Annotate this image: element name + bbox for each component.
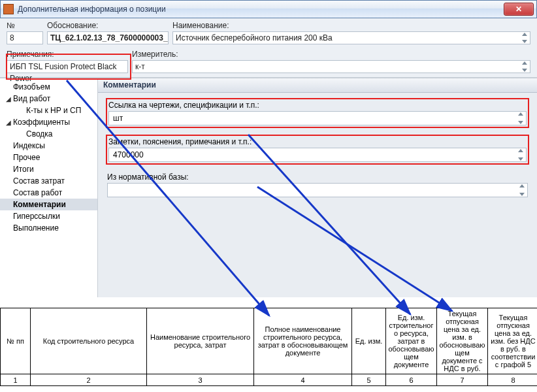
sidebar-item-label: Вид работ — [13, 94, 50, 103]
column-header: Текущая отпускная цена за ед. изм. без Н… — [488, 308, 538, 374]
scroll-down-icon[interactable] — [517, 190, 527, 196]
field-drawings[interactable]: шт — [108, 111, 527, 125]
sidebar-item[interactable]: ◢Вид работ — [0, 93, 97, 105]
field-naim[interactable]: Источник бесперебойного питания 200 кВа — [172, 31, 530, 44]
sidebar-item[interactable]: Выполнение — [0, 222, 97, 234]
column-header: Ед. изм. — [352, 308, 386, 374]
label-drawings: Ссылка на чертежи, спецификации и т.п.: — [108, 101, 527, 110]
sidebar-item[interactable]: Гиперссылки — [0, 210, 97, 222]
column-number: 4 — [254, 374, 352, 386]
sidebar-item-label: Гиперссылки — [13, 212, 60, 221]
sidebar-item[interactable]: ◢Коэффициенты — [0, 116, 97, 128]
panel-header: Комментарии — [98, 78, 537, 93]
field-izm[interactable]: к-т — [132, 60, 530, 73]
field-naim-text: Источник бесперебойного питания 200 кВа — [176, 33, 333, 42]
column-number: 6 — [386, 374, 437, 386]
column-header: Наименование строительного ресурса, затр… — [147, 308, 254, 374]
title-bar: Дополнительная информация о позиции ✕ — [0, 0, 537, 18]
sidebar-item-label: Состав работ — [13, 188, 62, 197]
sidebar-item[interactable]: Комментарии — [0, 199, 97, 210]
sidebar-item[interactable]: Итоги — [0, 163, 97, 175]
sidebar-item[interactable]: Индексы — [0, 140, 97, 152]
field-izm-text: к-т — [135, 62, 145, 71]
sidebar-item-label: Коэффициенты — [13, 118, 70, 127]
highlight-box-prim — [6, 54, 131, 80]
scroll-up-icon[interactable] — [516, 112, 525, 118]
sidebar-item-label: Итоги — [13, 165, 34, 174]
sidebar-item-label: Выполнение — [13, 223, 59, 233]
sidebar-item-label: Комментарии — [13, 200, 66, 209]
column-number: 2 — [31, 374, 147, 386]
field-obosn[interactable]: ТЦ_62.1.02.13_78_7600000003_ — [47, 31, 169, 44]
label-obosn: Обоснование: — [47, 21, 169, 30]
close-icon: ✕ — [515, 5, 522, 14]
column-number: 1 — [1, 374, 31, 386]
sidebar-item-label: К-ты к НР и СП — [26, 106, 81, 115]
label-normative: Из нормативной базы: — [107, 172, 528, 182]
scroll-down-icon[interactable] — [516, 118, 525, 124]
bottom-table-wrap: № ппКод строительного ресурсаНаименовани… — [0, 308, 537, 381]
column-header: Полное наименование строительного ресурс… — [254, 308, 352, 374]
comments-panel: Комментарии Ссылка на чертежи, специфика… — [98, 78, 537, 297]
label-notes: Заметки, пояснения, примечания и т.п.: — [108, 137, 527, 146]
column-number: 5 — [352, 374, 386, 386]
scroll-down-icon[interactable] — [516, 155, 525, 161]
label-izm: Измеритель: — [132, 50, 530, 59]
field-notes[interactable]: 4700000 — [108, 148, 527, 162]
sidebar-item-label: Сводка — [26, 129, 53, 139]
column-number: 3 — [147, 374, 254, 386]
label-no: № — [7, 21, 43, 30]
close-button[interactable]: ✕ — [504, 3, 534, 16]
bottom-table: № ппКод строительного ресурсаНаименовани… — [0, 308, 537, 386]
sidebar-item-label: Состав затрат — [13, 176, 65, 186]
sidebar-item[interactable]: К-ты к НР и СП — [0, 105, 97, 116]
window-title: Дополнительная информация о позиции — [18, 5, 166, 14]
field-notes-text: 4700000 — [113, 150, 144, 159]
column-number: 8 — [488, 374, 538, 386]
caret-icon: ◢ — [5, 119, 12, 126]
field-normative[interactable] — [107, 183, 528, 197]
group-notes: Заметки, пояснения, примечания и т.п.: 4… — [107, 136, 528, 163]
scroll-up-icon[interactable] — [517, 184, 527, 190]
sidebar-item[interactable]: Состав работ — [0, 187, 97, 199]
sidebar: Физобъем◢Вид работК-ты к НР и СП◢Коэффиц… — [0, 78, 98, 297]
column-header: Ед. изм. строительного ресурса, затрат в… — [386, 308, 437, 374]
sidebar-item[interactable]: Прочее — [0, 152, 97, 163]
sidebar-item[interactable]: Состав затрат — [0, 175, 97, 187]
field-drawings-text: шт — [113, 114, 123, 123]
group-normative: Из нормативной базы: — [107, 172, 528, 197]
label-naim: Наименование: — [172, 21, 530, 30]
sidebar-item-label: Прочее — [13, 153, 40, 162]
column-number: 7 — [437, 374, 488, 386]
column-header: Код строительного ресурса — [31, 308, 147, 374]
column-header: Текущая отпускная цена за ед. изм. в обо… — [437, 308, 488, 374]
sidebar-item-label: Индексы — [13, 141, 45, 150]
group-drawings: Ссылка на чертежи, спецификации и т.п.: … — [107, 99, 528, 127]
field-no[interactable]: 8 — [7, 31, 43, 44]
scroll-down-icon[interactable] — [520, 66, 529, 72]
sidebar-item[interactable]: Сводка — [0, 128, 97, 140]
column-header: № пп — [1, 308, 31, 374]
scroll-down-icon[interactable] — [520, 37, 529, 43]
scroll-up-icon[interactable] — [516, 149, 525, 155]
app-icon — [3, 4, 14, 14]
caret-icon: ◢ — [5, 95, 12, 103]
